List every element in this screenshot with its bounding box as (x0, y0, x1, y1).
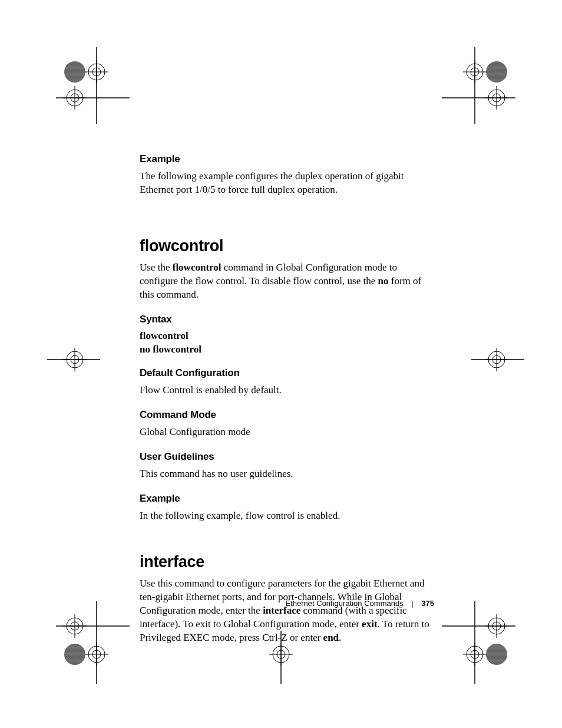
document-page: Example The following example configures… (0, 0, 562, 728)
footer-separator: | (411, 599, 413, 608)
text-bold: end (323, 632, 339, 643)
para-command-mode: Global Configuration mode (140, 426, 434, 439)
heading-example-1: Example (140, 153, 434, 165)
svg-point-18 (486, 644, 507, 665)
text-bold: flowcontrol (173, 262, 222, 273)
heading-user-guidelines: User Guidelines (140, 451, 434, 463)
page-footer: Ethernet Configuration Commands | 375 (140, 599, 434, 608)
para-flowcontrol-intro: Use the flowcontrol command in Global Co… (140, 261, 434, 302)
svg-point-9 (486, 61, 507, 83)
text-bold: no (378, 275, 389, 286)
para-example-1: The following example configures the dup… (140, 170, 434, 197)
heading-flowcontrol: flowcontrol (140, 237, 434, 255)
heading-default-config: Default Configuration (140, 367, 434, 379)
footer-page-number: 375 (421, 599, 434, 608)
para-interface: Use this command to configure parameters… (140, 577, 434, 645)
page-content: Example The following example configures… (140, 153, 434, 648)
heading-syntax: Syntax (140, 314, 434, 325)
para-example-2: In the following example, flow control i… (140, 509, 434, 523)
footer-title: Ethernet Configuration Commands (285, 599, 403, 608)
text-bold: exit (362, 618, 377, 630)
para-user-guidelines: This command has no user guidelines. (140, 467, 434, 481)
para-default-config: Flow Control is enabled by default. (140, 384, 434, 397)
heading-interface: interface (140, 553, 434, 571)
svg-point-6 (64, 61, 85, 83)
text-fragment: Use the (140, 262, 173, 273)
syntax-line-1: flowcontrol (140, 330, 434, 342)
heading-example-2: Example (140, 493, 434, 505)
text-fragment: . (339, 632, 341, 643)
heading-command-mode: Command Mode (140, 409, 434, 421)
svg-point-15 (64, 644, 85, 665)
syntax-line-2: no flowcontrol (140, 344, 434, 355)
